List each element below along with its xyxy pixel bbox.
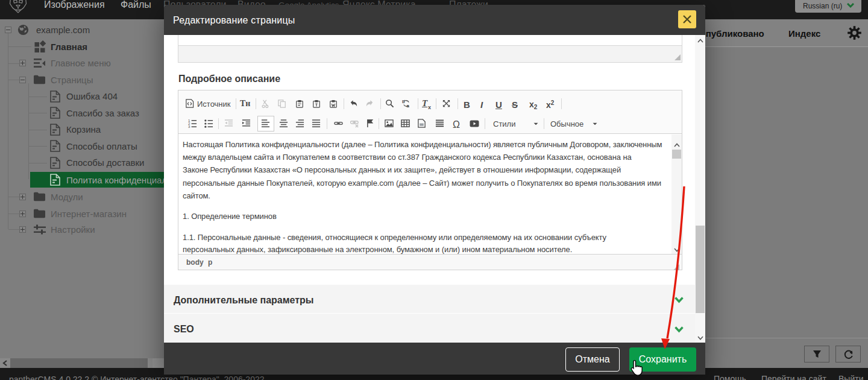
svg-text:3: 3 xyxy=(188,124,190,128)
svg-text:b: b xyxy=(402,99,405,104)
